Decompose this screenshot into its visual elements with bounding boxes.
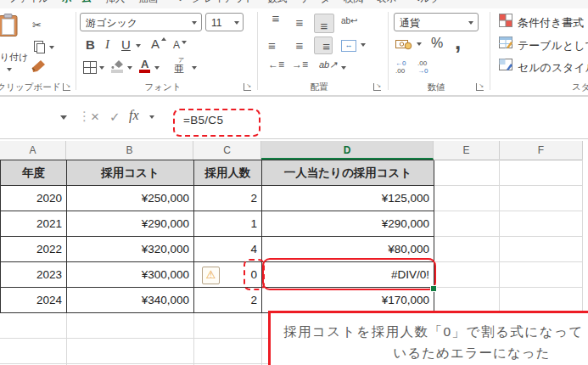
- chevron-down-icon[interactable]: [99, 66, 104, 70]
- caret-up-icon: [161, 37, 166, 41]
- increase-indent-button[interactable]: →≡: [292, 61, 308, 69]
- chevron-down-icon[interactable]: [361, 43, 366, 47]
- ribbon-tab[interactable]: ヘルプ: [403, 0, 446, 8]
- phonetic-button[interactable]: 亜: [174, 62, 184, 76]
- ribbon-tab[interactable]: 描画: [132, 0, 165, 8]
- cell-D6[interactable]: ¥170,000: [262, 288, 434, 313]
- italic-button[interactable]: I: [105, 37, 109, 52]
- column-header-D[interactable]: D: [261, 141, 434, 160]
- table-header-B1[interactable]: 採用コスト: [67, 160, 194, 186]
- ribbon: 貼り付け ✂ クリップボード ↘ 游ゴシック 11 B I U A A: [0, 8, 588, 96]
- gridline: [66, 312, 67, 365]
- cell-B6[interactable]: ¥340,000: [67, 288, 194, 313]
- enter-check-icon[interactable]: ✓: [109, 110, 120, 125]
- column-header-A[interactable]: A: [0, 141, 66, 160]
- ribbon-tab[interactable]: 数式: [260, 0, 294, 8]
- ribbon-tab[interactable]: ファイル: [2, 0, 55, 8]
- borders-button[interactable]: [83, 61, 97, 74]
- shrink-font-button[interactable]: A: [173, 39, 180, 51]
- format-painter-icon[interactable]: [31, 59, 46, 73]
- fill-color-icon[interactable]: [111, 59, 125, 69]
- styles-group-label: スタイル: [572, 81, 588, 93]
- cancel-icon[interactable]: ×: [91, 109, 99, 126]
- ribbon-tab[interactable]: 挿入: [98, 0, 132, 8]
- column-header-C[interactable]: C: [193, 141, 261, 160]
- increase-decimal-button[interactable]: ←0.00: [395, 59, 406, 75]
- ribbon-tab[interactable]: データ: [294, 0, 337, 8]
- number-dialog-launcher[interactable]: ↘: [476, 83, 484, 91]
- chevron-down-icon[interactable]: [417, 42, 422, 46]
- ribbon-tab[interactable]: ホーム: [55, 0, 98, 8]
- error-warning-icon[interactable]: ⚠: [202, 267, 220, 284]
- cell-A3[interactable]: 2021: [1, 211, 67, 237]
- align-right-button[interactable]: ≡: [314, 36, 333, 54]
- cut-button[interactable]: ✂: [32, 19, 42, 31]
- chevron-down-icon[interactable]: [149, 115, 154, 119]
- cell-D3[interactable]: ¥290,000: [262, 211, 434, 237]
- bold-button[interactable]: B: [86, 37, 95, 52]
- align-left-button[interactable]: ≡: [266, 36, 285, 54]
- format-as-table-button[interactable]: テーブルとして書式設定: [518, 38, 588, 53]
- orientation-button[interactable]: ab↗: [319, 61, 337, 69]
- cell-D2[interactable]: ¥125,000: [262, 186, 434, 211]
- column-header-F[interactable]: F: [500, 141, 583, 160]
- paste-button[interactable]: 貼り付け: [0, 12, 29, 80]
- formula-input[interactable]: =B5/C5: [183, 114, 223, 126]
- align-top-button[interactable]: ≡: [266, 14, 285, 31]
- cell-styles-button[interactable]: セルのスタイル: [518, 60, 588, 76]
- copy-button[interactable]: [34, 41, 43, 52]
- align-center-button[interactable]: ≡: [290, 36, 309, 54]
- number-format-select[interactable]: 通貨: [394, 13, 479, 31]
- percent-style-button[interactable]: %: [431, 36, 443, 51]
- cell-B3[interactable]: ¥290,000: [67, 211, 194, 237]
- merge-center-button[interactable]: ↔: [341, 40, 356, 52]
- column-header-E[interactable]: E: [434, 141, 500, 160]
- conditional-formatting-button[interactable]: 条件付き書式: [518, 15, 584, 31]
- chevron-down-icon[interactable]: [341, 66, 346, 70]
- insert-function-button[interactable]: fx: [129, 108, 139, 123]
- table-header-A1[interactable]: 年度: [1, 160, 67, 186]
- cell-A2[interactable]: 2020: [1, 186, 67, 211]
- formula-bar-options-dots[interactable]: ⋮: [78, 109, 91, 124]
- chevron-down-icon[interactable]: [127, 66, 132, 70]
- decrease-indent-button[interactable]: ←≡: [268, 61, 284, 69]
- alignment-dialog-launcher[interactable]: ↘: [373, 83, 381, 91]
- table-header-C1[interactable]: 採用人数: [194, 160, 262, 186]
- wrap-text-button[interactable]: ab↩: [341, 17, 358, 25]
- align-bottom-button[interactable]: ≡: [314, 14, 334, 33]
- cell-B5[interactable]: ¥300,000: [67, 262, 194, 288]
- align-middle-button[interactable]: ≡: [290, 14, 309, 31]
- chevron-down-icon[interactable]: [154, 66, 160, 70]
- chevron-down-icon[interactable]: [136, 44, 141, 48]
- cell-A5[interactable]: 2023: [1, 262, 67, 288]
- font-size-select[interactable]: 11: [205, 13, 244, 31]
- cell-C6[interactable]: 2: [194, 288, 262, 313]
- ribbon-tab[interactable]: ページ レイアウト: [165, 0, 260, 8]
- chevron-down-icon[interactable]: [192, 66, 197, 70]
- grow-font-button[interactable]: A: [151, 36, 160, 51]
- cell-B4[interactable]: ¥320,000: [67, 237, 194, 262]
- accounting-format-icon[interactable]: [395, 38, 412, 50]
- font-color-button[interactable]: A: [141, 58, 148, 70]
- font-size-value: 11: [211, 17, 221, 29]
- cell-C2[interactable]: 2: [194, 186, 262, 211]
- font-name-select[interactable]: 游ゴシック: [80, 13, 202, 31]
- ribbon-tab[interactable]: 校閲: [337, 0, 370, 8]
- cell-C3[interactable]: 1: [194, 211, 262, 237]
- cell-B2[interactable]: ¥250,000: [67, 186, 194, 211]
- chevron-down-icon[interactable]: [7, 68, 12, 71]
- ribbon-tab[interactable]: 表示: [370, 0, 403, 8]
- font-dialog-launcher[interactable]: ↘: [244, 83, 251, 91]
- column-header-B[interactable]: B: [66, 141, 193, 160]
- name-box-chevron-icon[interactable]: [60, 115, 67, 120]
- comma-style-button[interactable]: ,: [455, 29, 461, 55]
- table-header-D1[interactable]: 一人当たりの採用コスト: [262, 160, 434, 186]
- decrease-decimal-button[interactable]: .00→0: [417, 59, 428, 75]
- cell-A4[interactable]: 2022: [1, 237, 67, 262]
- underline-button[interactable]: U: [121, 37, 131, 52]
- cell-A6[interactable]: 2024: [1, 288, 67, 313]
- chevron-down-icon[interactable]: [49, 46, 54, 49]
- selection-fill-handle[interactable]: [430, 285, 437, 292]
- paste-label: 貼り付け: [0, 51, 29, 64]
- clipboard-dialog-launcher[interactable]: ↘: [63, 83, 70, 91]
